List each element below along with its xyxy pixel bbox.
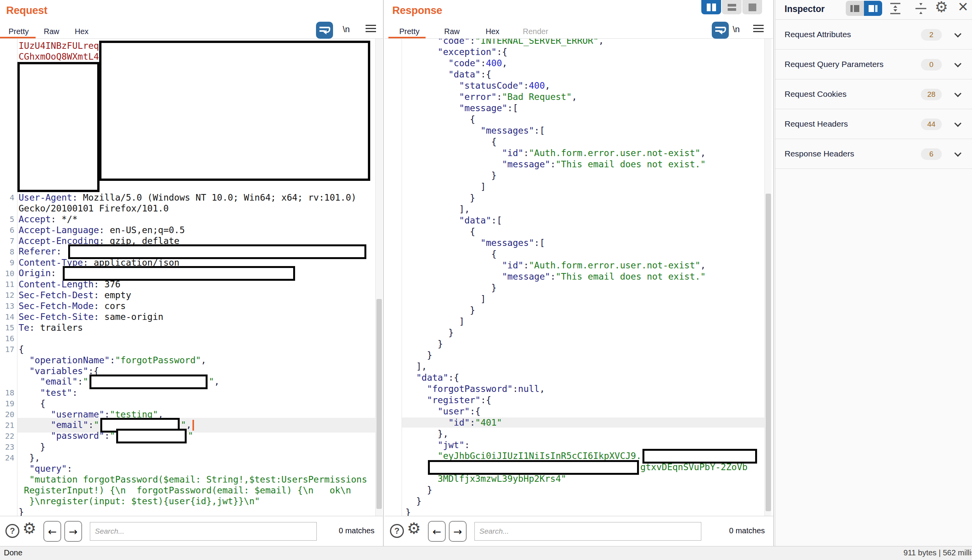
layout-single-button[interactable] [742, 0, 762, 14]
code-line: ], [385, 361, 764, 372]
response-editor[interactable]: "code":"INTERNAL_SERVER_ERROR", "excepti… [385, 39, 764, 516]
code-line: } [385, 304, 764, 316]
chevron-down-icon[interactable] [954, 30, 961, 37]
code-line: { [385, 113, 764, 125]
line-number: 12 [0, 290, 17, 300]
response-menu-icon[interactable] [753, 25, 764, 34]
request-scrollbar[interactable] [375, 39, 382, 516]
word-wrap-toggle-icon[interactable] [712, 22, 729, 39]
status-message: Done [4, 548, 22, 557]
request-editor[interactable]: IUzU4INBzFULreqCGhxmOoQ8WXmtL44User-Agen… [0, 39, 375, 516]
line-number: 17 [0, 345, 17, 354]
chevron-down-icon[interactable] [954, 90, 961, 97]
code-line: { [385, 136, 764, 147]
dock-left-button[interactable] [846, 1, 864, 16]
inspector-settings-gear-icon[interactable]: ⚙ [935, 0, 948, 15]
section-count-badge: 2 [921, 29, 942, 41]
code-line: "id":"401" [385, 417, 764, 428]
redaction-box [116, 429, 187, 443]
inspector-section-request-headers[interactable]: Request Headers44 [775, 109, 972, 139]
layout-stacked-button[interactable] [722, 0, 742, 14]
redaction-box [99, 41, 370, 181]
expand-all-icon[interactable] [889, 2, 902, 16]
inspector-section-request-cookies[interactable]: Request Cookies28 [775, 79, 972, 109]
inspector-section-response-headers[interactable]: Response Headers6 [775, 139, 972, 169]
code-line: } [385, 282, 764, 293]
inspector-header-divider [775, 19, 972, 20]
request-tab-hex[interactable]: Hex [75, 27, 89, 36]
response-match-count: 0 matches [729, 526, 765, 535]
code-line: }\nregister(input: $test){user{id},jwt}}… [0, 496, 375, 507]
code-line: } [385, 495, 764, 507]
next-match-button[interactable]: → [449, 521, 467, 542]
response-tab-raw[interactable]: Raw [444, 27, 460, 36]
request-tab-raw[interactable]: Raw [44, 27, 59, 36]
code-line: 15Te: trailers [0, 322, 375, 333]
chevron-down-icon[interactable] [954, 60, 961, 67]
inspector-section-request-query-parameters[interactable]: Request Query Parameters0 [775, 50, 972, 79]
previous-match-button[interactable]: ← [43, 521, 61, 542]
help-icon[interactable]: ? [390, 524, 404, 538]
request-search-input[interactable] [90, 522, 317, 541]
response-panel-title: Response [392, 5, 442, 17]
code-line: "id":"Auth.form.error.user.not-exist", [385, 147, 764, 158]
chevron-down-icon[interactable] [954, 149, 961, 156]
code-line: 8Referer: [0, 246, 375, 257]
code-line: 4User-Agent: Mozilla/5.0 (Windows NT 10.… [0, 192, 375, 203]
response-tab-render[interactable]: Render [523, 27, 548, 36]
inspector-section-request-attributes[interactable]: Request Attributes2 [775, 20, 972, 50]
next-match-button[interactable]: → [64, 521, 82, 542]
code-line: { [385, 248, 764, 259]
code-line: 12Sec-Fetch-Dest: empty [0, 290, 375, 301]
code-line: 14Sec-Fetch-Site: same-origin [0, 311, 375, 322]
section-count-badge: 6 [921, 148, 942, 160]
code-line: "message":[ [385, 102, 764, 113]
request-panel-title: Request [6, 5, 48, 17]
newline-display-toggle[interactable]: \n [733, 24, 740, 34]
line-number: 4 [0, 193, 17, 202]
code-line: 11Content-Length: 376 [0, 279, 375, 290]
code-line: "exception":{ [385, 46, 764, 57]
collapse-all-icon[interactable] [915, 2, 927, 16]
section-label: Request Cookies [785, 89, 847, 99]
layout-side-by-side-button[interactable] [701, 0, 721, 14]
newline-display-toggle[interactable]: \n [343, 24, 350, 34]
code-line: 16 [0, 333, 375, 344]
code-line: 6Accept-Language: en-US,en;q=0.5 [0, 225, 375, 235]
request-menu-icon[interactable] [366, 25, 376, 34]
line-number: 19 [0, 399, 17, 408]
code-line: }, [385, 428, 764, 439]
code-line: "messages":[ [385, 237, 764, 248]
request-search-bar: ? ⚙ ← → 0 matches [0, 516, 383, 546]
word-wrap-toggle-icon[interactable] [316, 22, 333, 39]
response-search-bar: ? ⚙ ← → 0 matches [385, 516, 773, 546]
dock-right-button[interactable] [864, 1, 882, 16]
code-line: gtxvDEqnSVuPbY-2ZoVb [385, 462, 764, 473]
request-match-count: 0 matches [339, 526, 374, 535]
code-line: "message":"This email does not exist." [385, 158, 764, 170]
help-icon[interactable]: ? [5, 524, 19, 538]
line-number: 21 [0, 421, 17, 430]
code-line: "messages":[ [385, 125, 764, 136]
section-count-badge: 44 [921, 119, 942, 130]
previous-match-button[interactable]: ← [428, 521, 446, 542]
code-line: } [385, 507, 764, 516]
search-settings-gear-icon[interactable]: ⚙ [22, 519, 36, 537]
section-count-badge: 0 [921, 59, 942, 70]
code-line: "data":{ [385, 69, 764, 80]
search-settings-gear-icon[interactable]: ⚙ [407, 519, 421, 537]
code-line: "register":{ [385, 394, 764, 405]
response-search-input[interactable] [474, 522, 701, 541]
response-scrollbar[interactable] [764, 39, 771, 516]
inspector-close-icon[interactable]: × [958, 0, 968, 16]
line-number: 20 [0, 410, 17, 419]
chevron-down-icon[interactable] [954, 120, 961, 127]
request-tab-pretty[interactable]: Pretty [9, 27, 29, 36]
line-number: 11 [0, 280, 17, 289]
code-line: "operationName":"forgotPassword", [0, 355, 375, 366]
code-line: } [385, 327, 764, 338]
response-tab-pretty[interactable]: Pretty [399, 27, 419, 36]
section-label: Request Attributes [785, 30, 851, 39]
section-label: Response Headers [785, 149, 854, 158]
response-tab-hex[interactable]: Hex [486, 27, 500, 36]
